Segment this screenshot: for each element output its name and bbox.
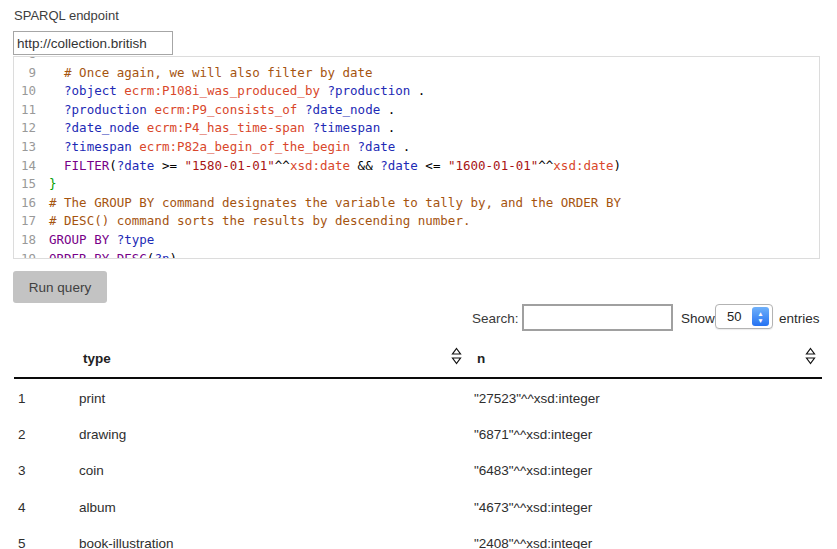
line-number: 8 xyxy=(14,56,36,64)
sparql-query-page: SPARQL endpoint 89 # Once again, we will… xyxy=(0,0,837,549)
line-number: 17 xyxy=(14,212,36,231)
line-number: 18 xyxy=(14,231,36,250)
code-line[interactable]: 11 ?production ecrm:P9_consists_of ?date… xyxy=(14,101,819,120)
select-stepper-icon: ▲▼ xyxy=(752,307,769,326)
code-editor[interactable]: 89 # Once again, we will also filter by … xyxy=(13,56,820,259)
show-entries-label: Show xyxy=(681,311,715,326)
page-size-select[interactable]: 50 ▲▼ xyxy=(715,304,773,329)
code-text: FILTER(?date >= "1580-01-01"^^xsd:date &… xyxy=(49,157,621,176)
line-number: 11 xyxy=(14,101,36,120)
code-line[interactable]: 16# The GROUP BY command designates the … xyxy=(14,194,819,213)
sort-both-icon[interactable] xyxy=(805,347,816,365)
page-size-value: 50 xyxy=(727,309,741,324)
table-row: 3coin"6483"^^xsd:integer xyxy=(14,453,822,489)
line-number: 15 xyxy=(14,175,36,194)
search-label: Search: xyxy=(472,311,519,326)
code-line[interactable]: 9 # Once again, we will also filter by d… xyxy=(14,64,819,83)
code-text: ?production ecrm:P9_consists_of ?date_no… xyxy=(49,101,395,120)
row-index: 4 xyxy=(14,500,79,515)
line-number: 19 xyxy=(14,250,36,259)
entries-label: entries xyxy=(779,311,820,326)
line-number: 13 xyxy=(14,138,36,157)
line-number: 10 xyxy=(14,82,36,101)
table-row: 2drawing"6871"^^xsd:integer xyxy=(14,416,822,452)
results-table: 1print"27523"^^xsd:integer2drawing"6871"… xyxy=(14,380,822,549)
code-line[interactable]: 18GROUP BY ?type xyxy=(14,231,819,250)
search-input[interactable] xyxy=(522,304,673,331)
row-index: 3 xyxy=(14,463,79,478)
line-number: 12 xyxy=(14,119,36,138)
cell-n: "6483"^^xsd:integer xyxy=(474,463,822,478)
row-index: 1 xyxy=(14,391,79,406)
code-line[interactable]: 10 ?object ecrm:P108i_was_produced_by ?p… xyxy=(14,82,819,101)
run-query-button[interactable]: Run query xyxy=(13,271,107,303)
cell-n: "6871"^^xsd:integer xyxy=(474,427,822,442)
sort-both-icon[interactable] xyxy=(451,347,462,365)
table-row: 4album"4673"^^xsd:integer xyxy=(14,489,822,525)
cell-n: "27523"^^xsd:integer xyxy=(474,391,822,406)
row-index: 2 xyxy=(14,427,79,442)
column-header-type[interactable]: type xyxy=(83,351,111,366)
code-text: # The GROUP BY command designates the va… xyxy=(49,194,621,213)
cell-type: print xyxy=(79,391,474,406)
cell-n: "2408"^^xsd:integer xyxy=(474,536,822,549)
code-line[interactable]: 13 ?timespan ecrm:P82a_begin_of_the_begi… xyxy=(14,138,819,157)
code-editor-lines: 89 # Once again, we will also filter by … xyxy=(14,56,819,259)
cell-type: drawing xyxy=(79,427,474,442)
code-line[interactable]: 14 FILTER(?date >= "1580-01-01"^^xsd:dat… xyxy=(14,157,819,176)
cell-type: coin xyxy=(79,463,474,478)
cell-type: album xyxy=(79,500,474,515)
table-row: 1print"27523"^^xsd:integer xyxy=(14,380,822,416)
column-header-n[interactable]: n xyxy=(477,351,485,366)
code-line[interactable]: 15} xyxy=(14,175,819,194)
code-text: ?timespan ecrm:P82a_begin_of_the_begin ?… xyxy=(49,138,410,157)
code-line[interactable]: 17# DESC() command sorts the results by … xyxy=(14,212,819,231)
endpoint-label: SPARQL endpoint xyxy=(14,8,119,23)
code-text: ORDER BY DESC(?n) xyxy=(49,250,177,259)
code-text: ?object ecrm:P108i_was_produced_by ?prod… xyxy=(49,82,425,101)
endpoint-input[interactable] xyxy=(13,31,173,55)
code-text: GROUP BY ?type xyxy=(49,231,154,250)
line-number: 14 xyxy=(14,157,36,176)
code-text: ?date_node ecrm:P4_has_time-span ?timesp… xyxy=(49,119,395,138)
cell-type: book-illustration xyxy=(79,536,474,549)
code-text: } xyxy=(49,175,57,194)
row-index: 5 xyxy=(14,536,79,549)
table-header-divider xyxy=(14,377,822,379)
line-number: 16 xyxy=(14,194,36,213)
code-line[interactable]: 12 ?date_node ecrm:P4_has_time-span ?tim… xyxy=(14,119,819,138)
code-line[interactable]: 8 xyxy=(14,56,819,64)
table-row: 5book-illustration"2408"^^xsd:integer xyxy=(14,526,822,549)
code-text: # Once again, we will also filter by dat… xyxy=(49,64,373,83)
code-line[interactable]: 19ORDER BY DESC(?n) xyxy=(14,250,819,259)
code-text: # DESC() command sorts the results by de… xyxy=(49,212,470,231)
line-number: 9 xyxy=(14,64,36,83)
cell-n: "4673"^^xsd:integer xyxy=(474,500,822,515)
